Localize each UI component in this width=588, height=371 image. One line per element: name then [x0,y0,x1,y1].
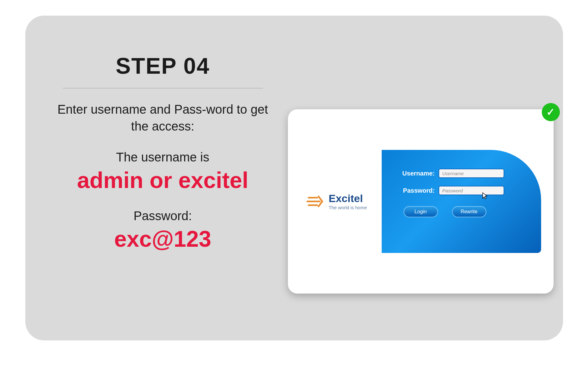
rewrite-button[interactable]: Rewrite [452,206,486,217]
step-card: STEP 04 Enter username and Pass-word to … [25,16,563,340]
brand-side: Excitel The world is home [291,150,382,253]
check-mark: ✓ [546,106,555,118]
username-input[interactable]: Username [439,169,504,178]
login-screenshot-panel: ✓ Excitel The world is home [288,109,554,294]
form-password-label: Password: [394,187,435,194]
step-title: STEP 04 [57,53,269,88]
password-row: Password: Password [394,186,529,195]
password-label: Password: [57,209,269,223]
check-badge-icon: ✓ [542,103,560,121]
password-input[interactable]: Password [439,186,504,195]
brand-row: Excitel The world is home [305,192,367,211]
instruction-text: Enter username and Pass-word to get the … [57,101,269,135]
username-value: admin or excitel [57,167,269,193]
excitel-logo-icon [305,192,324,211]
username-label: The username is [57,150,269,164]
brand-text: Excitel The world is home [329,193,367,210]
form-username-label: Username: [394,170,435,177]
username-row: Username: Username [394,169,529,178]
login-form: Username: Username Password: Password Lo… [382,150,541,253]
login-widget: Excitel The world is home Username: User… [291,150,541,253]
brand-tagline: The world is home [329,205,367,210]
instruction-column: STEP 04 Enter username and Pass-word to … [25,16,269,252]
brand-name: Excitel [329,193,363,204]
divider [63,88,263,88]
password-value: exc@123 [57,226,269,252]
button-row: Login Rewrite [394,206,529,217]
login-button[interactable]: Login [404,206,438,217]
